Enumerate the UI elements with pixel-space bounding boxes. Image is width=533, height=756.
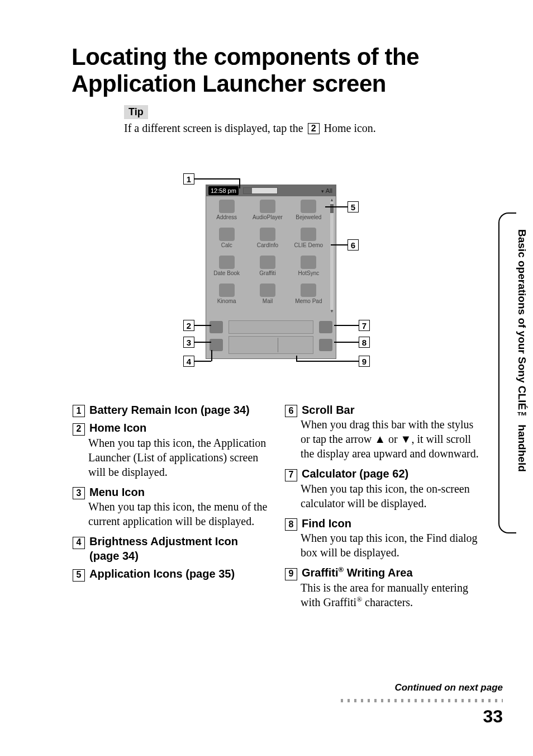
- callout-7: 7: [359, 320, 370, 331]
- list-head: Home Icon: [89, 420, 146, 435]
- list-body: When you tap this icon, the Find dialog …: [301, 531, 480, 560]
- continued-label: Continued on next page: [394, 682, 503, 693]
- tip-before: If a different screen is displayed, tap …: [124, 122, 306, 134]
- app-grid: Address AudioPlayer Bejeweled Calc CardI…: [206, 199, 329, 310]
- list-body: When you tap this icon, the on-screen ca…: [301, 481, 480, 511]
- calculator-icon: [319, 321, 332, 333]
- list-num: 4: [73, 537, 85, 549]
- app-icon: Bejeweled: [288, 199, 329, 226]
- app-icon: Kinoma: [206, 282, 247, 310]
- callout-5: 5: [348, 201, 359, 212]
- callout-8: 8: [359, 337, 370, 348]
- list-num: 1: [73, 405, 85, 417]
- silk-row-top: [229, 320, 313, 334]
- callout-9: 9: [359, 356, 370, 367]
- tip-label: Tip: [124, 105, 148, 119]
- app-icon: CLIE Demo: [288, 226, 329, 254]
- list-num: 2: [73, 423, 85, 436]
- category-dropdown: All: [321, 187, 332, 194]
- list-num: 9: [285, 568, 297, 580]
- app-icon: Address: [206, 199, 247, 226]
- app-icon: AudioPlayer: [247, 199, 288, 226]
- app-icon: HotSync: [288, 254, 329, 282]
- app-icon: Memo Pad: [288, 282, 329, 310]
- list-head: Battery Remain Icon (page 34): [89, 403, 250, 417]
- list-num: 8: [285, 518, 297, 531]
- list-num: 7: [285, 469, 297, 481]
- scrollbar: ▲ ▼: [330, 200, 334, 310]
- app-icon: Date Book: [206, 254, 247, 282]
- list-body: When you drag this bar with the stylus o…: [301, 417, 480, 461]
- battery-remain-icon: [243, 187, 278, 194]
- list-head: Brightness Adjustment Icon (page 34): [89, 534, 268, 563]
- list-head: Menu Icon: [89, 485, 145, 499]
- launcher-diagram: 12:58 pm All Address AudioPlayer Bejewel…: [179, 168, 374, 369]
- list-num: 3: [73, 487, 85, 499]
- callout-4: 4: [183, 356, 194, 367]
- list-head: Application Icons (page 35): [89, 566, 235, 581]
- tip-text: If a different screen is displayed, tap …: [124, 122, 376, 135]
- callout-1: 1: [183, 173, 194, 185]
- tip-inline-number: 2: [308, 123, 320, 134]
- app-icon: Mail: [247, 282, 288, 310]
- continued-dots: [341, 699, 503, 702]
- graffiti-writing-area: [229, 336, 313, 354]
- callout-2: 2: [183, 320, 194, 331]
- launcher-screenshot: 12:58 pm All Address AudioPlayer Bejewel…: [206, 185, 336, 359]
- menu-icon: [210, 339, 223, 351]
- list-body: When you tap this icon, the menu of the …: [88, 499, 268, 528]
- clock: 12:58 pm: [208, 186, 239, 195]
- page-title: Locating the components of the Applicati…: [72, 44, 474, 98]
- list-body: When you tap this icon, the Application …: [88, 436, 268, 479]
- tip-after: Home icon.: [321, 122, 376, 134]
- list-head: Scroll Bar: [302, 403, 354, 417]
- callout-6: 6: [348, 239, 359, 251]
- list-num: 5: [73, 569, 85, 582]
- find-icon: [319, 339, 332, 351]
- section-tab-label: Basic operations of your Sony CLIÉ™ hand…: [511, 229, 533, 520]
- list-body: This is the area for manually entering w…: [301, 580, 480, 609]
- list-head: Graffiti® Writing Area: [302, 565, 413, 580]
- list-head: Find Icon: [302, 516, 351, 531]
- callout-3: 3: [183, 337, 194, 348]
- app-icon: Graffiti: [247, 254, 288, 282]
- list-num: 6: [285, 405, 297, 417]
- app-icon: CardInfo: [247, 226, 288, 254]
- home-icon: [210, 321, 223, 333]
- page-number: 33: [483, 706, 503, 727]
- screenshot-topbar: 12:58 pm All: [206, 185, 336, 196]
- app-icon: Calc: [206, 226, 247, 254]
- component-list: 1Battery Remain Icon (page 34) 2Home Ico…: [73, 399, 480, 615]
- list-head: Calculator (page 62): [302, 466, 408, 481]
